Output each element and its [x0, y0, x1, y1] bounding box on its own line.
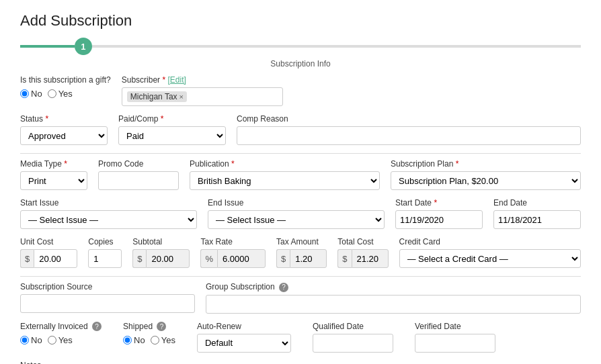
gift-no-label[interactable]: No: [20, 89, 42, 99]
group-start-issue: Start Issue — Select Issue —: [20, 198, 197, 229]
row-notes: Notes: [20, 361, 581, 365]
auto-renew-select[interactable]: Default Yes No: [197, 334, 291, 353]
divider-2: [20, 276, 581, 277]
subtotal-prefix: $: [132, 249, 146, 268]
gift-yes-label[interactable]: Yes: [48, 89, 73, 99]
end-date-label: End Date: [493, 198, 581, 208]
row-invoiced-shipped: Externally Invoiced ? No Yes Shipped: [20, 322, 581, 353]
form-body: Is this subscription a gift? No Yes Subs…: [0, 75, 601, 364]
unit-cost-prefix: $: [20, 249, 34, 268]
stepper-circle-1: 1: [75, 38, 92, 55]
shipped-yes-radio[interactable]: [151, 336, 159, 345]
credit-card-select[interactable]: — Select a Credit Card —: [399, 249, 582, 268]
group-subtotal: Subtotal $: [132, 237, 190, 268]
copies-label: Copies: [88, 237, 122, 246]
publication-label: Publication *: [190, 159, 380, 169]
gift-label: Is this subscription a gift?: [20, 75, 111, 85]
promo-code-input[interactable]: [98, 171, 179, 190]
externally-invoiced-radio-group: No Yes: [20, 335, 102, 345]
row-costs: Unit Cost $ Copies Subtotal $ Tax Rate: [20, 237, 581, 268]
tax-rate-prefix: %: [200, 249, 217, 268]
publication-select[interactable]: British Baking Other Publication: [190, 171, 380, 190]
unit-cost-input[interactable]: [34, 249, 77, 268]
externally-invoiced-help-icon[interactable]: ?: [92, 322, 102, 331]
verified-date-input[interactable]: [415, 334, 495, 352]
subscription-plan-select[interactable]: Subscription Plan, $20.00 Other Plan: [391, 171, 581, 190]
subscription-source-input[interactable]: [20, 294, 195, 313]
media-type-select[interactable]: Print Digital Both: [20, 171, 87, 190]
row-media-publication: Media Type * Print Digital Both Promo Co…: [20, 159, 581, 190]
shipped-no-label[interactable]: No: [123, 335, 145, 345]
gift-yes-radio[interactable]: [48, 89, 56, 98]
stepper: 1 Subscription Info: [0, 36, 601, 75]
paid-comp-label: Paid/Comp *: [118, 114, 226, 124]
start-issue-label: Start Issue: [20, 198, 197, 208]
shipped-help-icon[interactable]: ?: [157, 322, 166, 331]
ext-inv-yes-label[interactable]: Yes: [48, 335, 73, 345]
ext-inv-yes-radio[interactable]: [48, 336, 56, 345]
total-cost-label: Total Cost: [337, 237, 388, 246]
gift-no-radio[interactable]: [20, 89, 29, 98]
group-qualified-date: Qualified Date 📅: [313, 322, 393, 353]
group-end-issue: End Issue — Select Issue —: [208, 198, 385, 229]
start-date-wrapper[interactable]: 📅: [395, 210, 483, 229]
qualified-date-input[interactable]: [313, 334, 393, 352]
subscriber-tag: Michigan Tax ×: [127, 91, 187, 102]
subscriber-tag-close[interactable]: ×: [179, 93, 184, 101]
comp-reason-label: Comp Reason: [237, 114, 581, 124]
auto-renew-label: Auto-Renew: [197, 322, 291, 331]
subtotal-input-prefix: $: [132, 249, 190, 268]
shipped-yes-label[interactable]: Yes: [151, 335, 175, 345]
group-end-date: End Date 📅: [493, 198, 581, 229]
comp-reason-input[interactable]: [237, 126, 581, 145]
media-type-label: Media Type *: [20, 159, 87, 169]
verified-date-wrapper[interactable]: 📅: [415, 334, 495, 353]
verified-date-label: Verified Date: [415, 322, 495, 331]
start-issue-select[interactable]: — Select Issue —: [20, 210, 197, 229]
subscriber-edit-link[interactable]: [Edit]: [167, 75, 186, 85]
stepper-label: Subscription Info: [20, 59, 581, 69]
start-date-input[interactable]: [396, 211, 483, 228]
stepper-track: 1: [20, 36, 581, 56]
group-tax-rate: Tax Rate %: [200, 237, 266, 268]
tax-amount-input: [290, 249, 327, 268]
qualified-date-wrapper[interactable]: 📅: [313, 334, 393, 353]
qualified-date-label: Qualified Date: [313, 322, 393, 331]
subtotal-label: Subtotal: [132, 237, 190, 246]
status-label: Status *: [20, 114, 108, 124]
group-unit-cost: Unit Cost $: [20, 237, 77, 268]
group-auto-renew: Auto-Renew Default Yes No: [197, 322, 291, 353]
end-date-input[interactable]: [494, 211, 581, 228]
subtotal-input: [146, 249, 190, 268]
notes-label: Notes: [20, 361, 41, 365]
end-issue-select[interactable]: — Select Issue —: [208, 210, 385, 229]
group-subscription-help-icon[interactable]: ?: [279, 283, 288, 292]
subscriber-tag-input[interactable]: Michigan Tax ×: [122, 87, 283, 106]
externally-invoiced-label: Externally Invoiced ?: [20, 322, 102, 332]
group-subscriber: Subscriber * [Edit] Michigan Tax ×: [122, 75, 581, 106]
unit-cost-input-prefix: $: [20, 249, 77, 268]
tax-rate-input: [217, 249, 266, 268]
group-verified-date: Verified Date 📅: [415, 322, 495, 353]
ext-inv-no-label[interactable]: No: [20, 335, 42, 345]
tax-amount-label: Tax Amount: [276, 237, 327, 246]
group-status: Status * Approved Pending Cancelled: [20, 114, 108, 145]
group-subscription-input[interactable]: [206, 295, 581, 314]
total-cost-input-prefix: $: [337, 249, 388, 268]
end-date-wrapper[interactable]: 📅: [493, 210, 581, 229]
subscription-plan-label: Subscription Plan *: [391, 159, 581, 169]
shipped-no-radio[interactable]: [123, 336, 132, 345]
paid-comp-select[interactable]: Paid Comp Free: [118, 126, 226, 145]
group-credit-card: Credit Card — Select a Credit Card —: [399, 237, 582, 268]
end-issue-label: End Issue: [208, 198, 385, 208]
group-comp-reason: Comp Reason: [237, 114, 581, 145]
promo-code-label: Promo Code: [98, 159, 179, 169]
shipped-label: Shipped ?: [123, 322, 175, 332]
ext-inv-no-radio[interactable]: [20, 336, 29, 345]
copies-input[interactable]: [88, 249, 122, 268]
tax-amount-input-prefix: $: [276, 249, 327, 268]
group-paid-comp: Paid/Comp * Paid Comp Free: [118, 114, 226, 145]
group-externally-invoiced: Externally Invoiced ? No Yes: [20, 322, 102, 346]
total-cost-prefix: $: [337, 249, 351, 268]
status-select[interactable]: Approved Pending Cancelled: [20, 126, 108, 145]
